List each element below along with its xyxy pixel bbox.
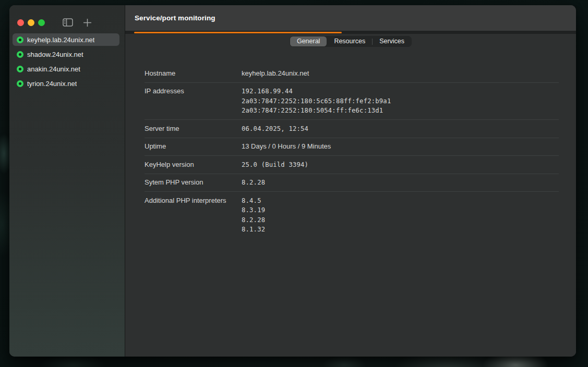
info-value: 06.04.2025, 12:54 xyxy=(242,124,559,134)
info-row: Uptime 13 Days / 0 Hours / 9 Minutes xyxy=(145,138,559,156)
desktop-wallpaper: { "window": { "title": "Service/port mon… xyxy=(0,0,588,367)
server-item-label: shadow.24unix.net xyxy=(27,51,83,58)
info-value: 8.4.58.3.198.2.288.1.32 xyxy=(242,196,559,235)
info-value-line: 8.2.28 xyxy=(242,178,559,188)
tab-bar: GeneralResourcesServices xyxy=(290,36,412,47)
info-value: 25.0 (Build 3394) xyxy=(242,160,559,170)
close-window-button[interactable] xyxy=(17,19,24,26)
info-value-line: 2a03:7847:2252:180:5054:ff:fe6c:13d1 xyxy=(242,106,559,116)
info-value-line: 8.4.5 xyxy=(242,196,559,206)
server-status-icon xyxy=(17,66,23,72)
page-title: Service/port monitoring xyxy=(135,14,215,22)
info-value-line: 8.2.28 xyxy=(242,215,559,225)
tab-row: GeneralResourcesServices xyxy=(125,36,576,47)
server-status-icon xyxy=(17,80,23,87)
info-value: 192.168.99.442a03:7847:2252:180:5c65:88f… xyxy=(242,87,559,116)
toggle-sidebar-icon[interactable] xyxy=(63,18,73,27)
content-area: GeneralResourcesServices Hostname keyhel… xyxy=(125,34,576,357)
sidebar-server-item[interactable]: shadow.24unix.net xyxy=(13,48,119,60)
tab-button[interactable]: General xyxy=(290,36,327,46)
tab-button[interactable]: Services xyxy=(373,36,411,46)
info-value-line: 25.0 (Build 3394) xyxy=(242,160,559,170)
app-window: keyhelp.lab.24unix.net shadow.24unix.net… xyxy=(9,5,576,357)
info-value-line: 8.1.32 xyxy=(242,225,559,235)
info-row: IP addresses 192.168.99.442a03:7847:2252… xyxy=(145,83,559,120)
info-value-line: 06.04.2025, 12:54 xyxy=(242,124,559,134)
progress-bar-fill xyxy=(134,32,342,33)
info-value: 8.2.28 xyxy=(242,178,559,188)
server-item-label: anakin.24unix.net xyxy=(27,65,80,73)
info-row: Additional PHP interpreters 8.4.58.3.198… xyxy=(145,192,559,238)
tab-button[interactable]: Resources xyxy=(327,36,372,46)
info-label: Server time xyxy=(145,124,242,134)
server-list: keyhelp.lab.24unix.net shadow.24unix.net… xyxy=(13,33,119,92)
main-panel: Service/port monitoring GeneralResources… xyxy=(125,5,576,357)
info-value: 13 Days / 0 Hours / 9 Minutes xyxy=(242,142,559,152)
info-row: KeyHelp version 25.0 (Build 3394) xyxy=(145,156,559,174)
sidebar-server-item[interactable]: keyhelp.lab.24unix.net xyxy=(13,33,119,46)
minimize-window-button[interactable] xyxy=(28,19,34,26)
info-row: Hostname keyhelp.lab.24unix.net xyxy=(145,65,559,83)
info-value-line: keyhelp.lab.24unix.net xyxy=(242,69,559,79)
sidebar: keyhelp.lab.24unix.net shadow.24unix.net… xyxy=(9,5,125,357)
info-value: keyhelp.lab.24unix.net xyxy=(242,69,559,79)
zoom-window-button[interactable] xyxy=(38,19,45,26)
add-server-button[interactable] xyxy=(83,18,92,27)
sidebar-server-item[interactable]: anakin.24unix.net xyxy=(13,63,119,75)
info-label: Additional PHP interpreters xyxy=(145,196,242,235)
server-item-label: keyhelp.lab.24unix.net xyxy=(27,36,94,44)
info-label: Hostname xyxy=(145,69,242,79)
info-value-line: 8.3.19 xyxy=(242,205,559,215)
info-value-line: 2a03:7847:2252:180:5c65:88ff:fef2:b9a1 xyxy=(242,96,559,106)
info-label: Sytem PHP version xyxy=(145,178,242,188)
info-value-line: 13 Days / 0 Hours / 9 Minutes xyxy=(242,142,559,152)
window-titlebar[interactable]: Service/port monitoring xyxy=(125,5,576,31)
server-status-icon xyxy=(17,36,23,43)
server-item-label: tyrion.24unix.net xyxy=(27,80,77,88)
info-value-line: 192.168.99.44 xyxy=(242,87,559,96)
info-label: Uptime xyxy=(145,142,242,152)
window-controls xyxy=(9,5,125,26)
info-label: KeyHelp version xyxy=(145,160,242,170)
info-row: Sytem PHP version 8.2.28 xyxy=(145,174,559,192)
server-status-icon xyxy=(17,51,23,58)
info-table: Hostname keyhelp.lab.24unix.net IP addre… xyxy=(145,65,559,238)
info-row: Server time 06.04.2025, 12:54 xyxy=(145,120,559,138)
info-label: IP addresses xyxy=(145,87,242,116)
sidebar-server-item[interactable]: tyrion.24unix.net xyxy=(13,77,119,90)
